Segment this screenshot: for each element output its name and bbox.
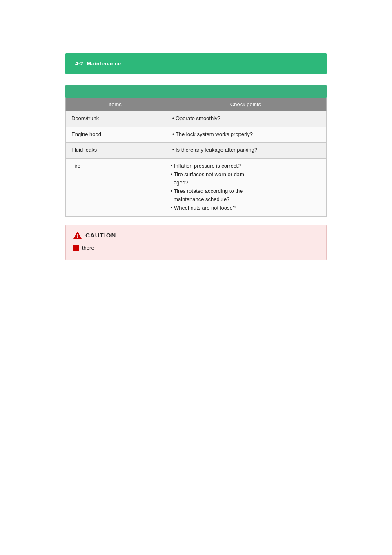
table-cell-item: Doors/trunk: [66, 111, 165, 127]
table-cell-checkpoints: • Is there any leakage after parking?: [165, 143, 326, 159]
content-area: Items Check points Doors/trunk• Operate …: [65, 98, 327, 217]
table-row: Engine hood• The lock system works prope…: [66, 127, 327, 143]
checkpoint-item: • Operate smoothly?: [171, 114, 321, 123]
caution-body: there: [73, 244, 319, 253]
table-cell-checkpoints: • Inflation pressure is correct?• Tire s…: [165, 158, 326, 216]
checkpoint-item: • Tires rotated according to the mainten…: [171, 187, 321, 203]
page-container: 4-2. Maintenance Items Check points Door…: [0, 53, 392, 555]
checkpoint-item: • Is there any leakage after parking?: [171, 146, 321, 154]
section-title-bar: [65, 85, 327, 98]
caution-title: CAUTION: [85, 232, 116, 239]
checkpoint-item: • Tire surfaces not worn or dam- aged?: [171, 170, 321, 186]
checkpoint-item: • The lock system works properly?: [171, 130, 321, 139]
checkpoint-item: • Inflation pressure is correct?: [171, 162, 321, 170]
table-cell-checkpoints: • The lock system works properly?: [165, 127, 326, 143]
table-cell-item: Tire: [66, 158, 165, 216]
caution-triangle-icon: !: [73, 231, 82, 240]
table-row: Tire• Inflation pressure is correct?• Ti…: [66, 158, 327, 216]
table-cell-item: Engine hood: [66, 127, 165, 143]
table-header-checkpoints: Check points: [165, 98, 326, 111]
table-header-items: Items: [66, 98, 165, 111]
caution-body-text: there: [82, 244, 94, 253]
table-row: Fluid leaks• Is there any leakage after …: [66, 143, 327, 159]
svg-text:!: !: [77, 233, 78, 239]
header-banner-title: 4-2. Maintenance: [75, 60, 121, 67]
maintenance-table: Items Check points Doors/trunk• Operate …: [65, 98, 327, 217]
checkpoint-item: • Wheel nuts are not loose?: [171, 204, 321, 212]
caution-header: ! CAUTION: [73, 231, 319, 240]
table-cell-checkpoints: • Operate smoothly?: [165, 111, 326, 127]
table-cell-item: Fluid leaks: [66, 143, 165, 159]
caution-box: ! CAUTION there: [65, 225, 327, 260]
table-row: Doors/trunk• Operate smoothly?: [66, 111, 327, 127]
caution-red-square-icon: [73, 245, 79, 251]
header-banner: 4-2. Maintenance: [65, 53, 327, 74]
